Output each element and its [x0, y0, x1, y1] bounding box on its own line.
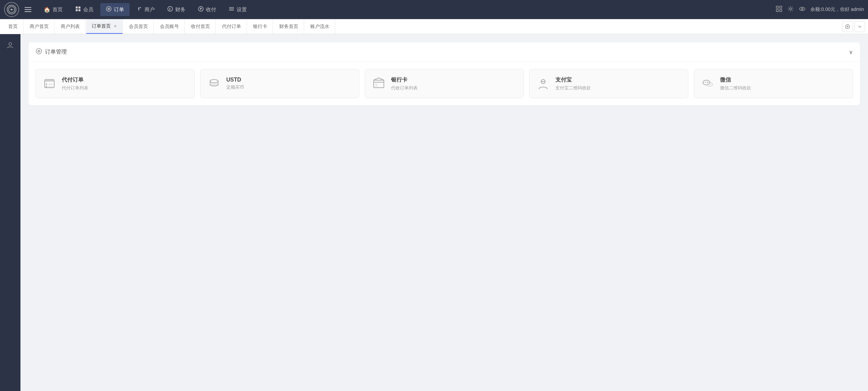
svg-rect-4: [78, 9, 80, 11]
nav-item-order[interactable]: 订单: [100, 3, 130, 16]
section-header-left: 订单管理: [35, 48, 67, 56]
nav-items: 🏠 首页 会员 订单: [38, 3, 776, 16]
svg-rect-42: [45, 79, 54, 82]
svg-point-43: [46, 84, 47, 85]
section-header: 订单管理 ∨: [29, 42, 860, 62]
nav-right: 余额:0.00元，你好 admin: [776, 5, 864, 14]
tab-more-button[interactable]: [854, 21, 865, 32]
svg-point-58: [708, 84, 709, 85]
card-title-alipay: 支付宝: [555, 76, 591, 84]
svg-rect-3: [76, 9, 78, 11]
tab-label-bank-card: 银行卡: [253, 24, 267, 30]
sidebar-icon-user[interactable]: [3, 38, 17, 52]
tab-add-button[interactable]: [842, 21, 853, 32]
merchant-nav-icon: [136, 6, 143, 13]
svg-rect-19: [776, 6, 778, 8]
merchant-icon-svg: [136, 6, 143, 12]
tab-bank-card[interactable]: 银行卡: [248, 19, 273, 34]
svg-line-11: [139, 8, 140, 8]
fullscreen-icon[interactable]: [776, 5, 782, 14]
tab-end-controls: [842, 21, 865, 32]
section-collapse-button[interactable]: ∨: [849, 49, 853, 55]
card-subtitle-ustd: 定额买币: [226, 84, 244, 90]
tab-home[interactable]: 首页: [3, 19, 24, 34]
tab-close-order-home[interactable]: ✕: [114, 24, 117, 28]
svg-line-28: [789, 7, 789, 7]
logo[interactable]: [4, 2, 19, 17]
layout: 订单管理 ∨: [0, 34, 868, 391]
section-header-icon: [35, 48, 42, 56]
card-text-ustd: USTD 定额买币: [226, 77, 244, 90]
tab-order-home[interactable]: 订单首页 ✕: [86, 19, 123, 34]
payment-nav-icon: [198, 6, 204, 13]
tab-member-home[interactable]: 会员首页: [123, 19, 154, 34]
settings-nav-icon: [228, 6, 235, 13]
svg-point-44: [46, 86, 47, 87]
tab-account-flow[interactable]: 账户流水: [305, 19, 335, 34]
nav-label-order: 订单: [114, 6, 124, 13]
tab-label-member-account: 会员账号: [160, 24, 179, 30]
svg-point-59: [710, 84, 711, 85]
tab-label-payment-home: 收付首页: [191, 24, 210, 30]
nav-label-settings: 设置: [237, 6, 247, 13]
tab-label-merchant-list: 商户列表: [61, 24, 80, 30]
finance-icon-svg: $: [167, 6, 173, 12]
alipay-icon: [536, 76, 551, 91]
card-alipay[interactable]: 支付宝 支付宝二维码收款: [529, 69, 688, 98]
card-proxy-order[interactable]: 代付订单 代付订单列表: [35, 69, 195, 98]
card-title-bank: 银行卡: [391, 76, 418, 84]
tab-label-home: 首页: [8, 24, 18, 30]
svg-point-33: [801, 8, 803, 10]
nav-item-payment[interactable]: 收付: [192, 3, 222, 16]
card-text-proxy-order: 代付订单 代付订单列表: [62, 76, 88, 91]
svg-line-29: [792, 10, 792, 11]
bank-icon: [371, 76, 386, 91]
card-subtitle-bank: 代收订单列表: [391, 85, 418, 91]
svg-rect-22: [780, 10, 782, 12]
tab-label-account-flow: 账户流水: [310, 24, 329, 30]
svg-point-40: [39, 51, 39, 52]
nav-item-merchant[interactable]: 商户: [131, 3, 160, 16]
nav-label-merchant: 商户: [145, 6, 155, 13]
sidebar: [0, 34, 20, 391]
tab-payment-home[interactable]: 收付首页: [185, 19, 216, 34]
nav-item-finance[interactable]: $ 财务: [162, 3, 191, 16]
tab-finance-home[interactable]: 财务首页: [274, 19, 304, 34]
svg-line-31: [789, 10, 789, 11]
brightness-icon[interactable]: [787, 5, 794, 14]
nav-label-payment: 收付: [206, 6, 216, 13]
card-ustd[interactable]: USTD 定额买币: [200, 69, 359, 98]
tab-merchant-list[interactable]: 商户列表: [55, 19, 86, 34]
card-subtitle-wechat: 微信二维码收款: [720, 85, 751, 91]
home-nav-icon: 🏠: [44, 6, 50, 13]
svg-point-7: [108, 9, 109, 9]
logo-inner: [7, 5, 16, 14]
order-nav-icon: [106, 6, 112, 13]
nav-item-member[interactable]: 会员: [70, 3, 99, 16]
tab-label-proxy-order: 代付订单: [222, 24, 241, 30]
wechat-icon: [700, 76, 715, 91]
card-wechat[interactable]: 微信 微信二维码收款: [694, 69, 853, 98]
card-title-wechat: 微信: [720, 76, 751, 84]
tab-label-order-home: 订单首页: [92, 23, 111, 29]
svg-point-10: [138, 10, 139, 11]
menu-toggle-button[interactable]: [25, 7, 31, 12]
tab-member-account[interactable]: 会员账号: [154, 19, 185, 34]
svg-point-47: [210, 79, 218, 83]
eye-icon[interactable]: [799, 5, 806, 14]
payment-icon-svg: [198, 6, 204, 12]
svg-point-56: [705, 82, 706, 83]
nav-label-member: 会员: [83, 6, 93, 13]
tab-label-finance-home: 财务首页: [279, 24, 298, 30]
tab-proxy-order[interactable]: 代付订单: [216, 19, 247, 34]
nav-label-finance: 财务: [175, 6, 185, 13]
svg-rect-48: [374, 80, 384, 88]
nav-item-home[interactable]: 🏠 首页: [38, 4, 68, 16]
balance-text: 余额:0.00元，你好 admin: [810, 6, 864, 13]
card-title-ustd: USTD: [226, 77, 244, 83]
nav-label-home: 首页: [53, 6, 63, 13]
nav-item-settings[interactable]: 设置: [223, 3, 252, 16]
tab-merchant-home[interactable]: 商户首页: [24, 19, 55, 34]
finance-nav-icon: $: [167, 6, 173, 13]
card-bank[interactable]: 银行卡 代收订单列表: [365, 69, 524, 98]
